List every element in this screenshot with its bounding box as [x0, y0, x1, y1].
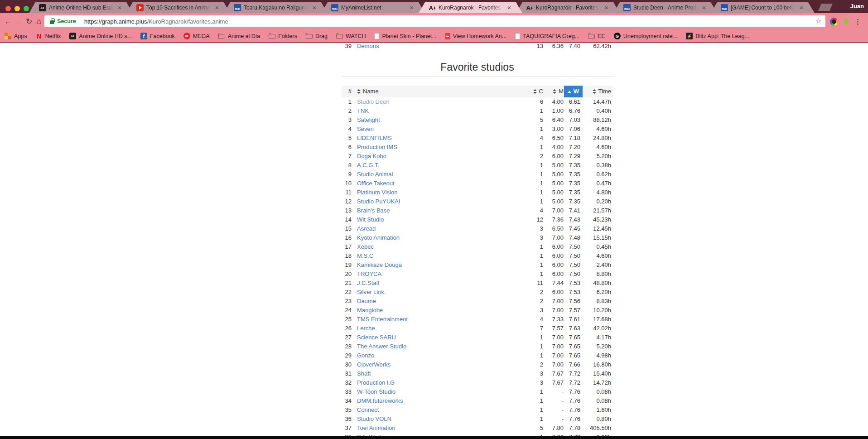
address-bar[interactable]: Secure https://graph.anime.plus/KuroRagn…: [44, 15, 825, 27]
studio-link[interactable]: Demons: [357, 43, 379, 49]
studio-link[interactable]: Production IMS: [357, 144, 397, 150]
studio-link[interactable]: Science SARU: [357, 334, 396, 341]
studio-link[interactable]: Manglobe: [357, 307, 383, 314]
browser-tab[interactable]: [GAME] Count to 100 before t: [711, 2, 815, 13]
studio-link[interactable]: Gonzo: [357, 352, 374, 359]
browser-tab[interactable]: Anime Online HD sub Españo: [29, 2, 133, 13]
browser-menu-icon[interactable]: [854, 19, 861, 24]
bookmark-item[interactable]: Apps: [5, 33, 27, 39]
studio-link[interactable]: Asread: [357, 225, 376, 232]
tab-close-icon[interactable]: [506, 5, 512, 11]
back-icon[interactable]: ←: [3, 13, 14, 30]
studio-link[interactable]: Connect: [357, 406, 379, 413]
dock-edge-bar: [0, 436, 868, 439]
studio-link[interactable]: TMS Entertainment: [357, 316, 408, 323]
studio-link[interactable]: Studio Animal: [357, 171, 393, 178]
tab-close-icon[interactable]: [798, 5, 805, 11]
studio-link[interactable]: Wit Studio: [357, 216, 384, 223]
bookmark-item[interactable]: Planet Skin - Planet...: [374, 33, 436, 39]
studio-link[interactable]: CloverWorks: [357, 361, 391, 368]
studio-link[interactable]: Studio PuYUKAI: [357, 198, 400, 205]
bookmark-item[interactable]: MEGA: [183, 33, 210, 39]
green-download-extension-icon[interactable]: [843, 18, 850, 25]
bookmark-item[interactable]: TAQUIGRAFIA Greg...: [515, 33, 579, 39]
home-icon[interactable]: ⌂: [34, 13, 44, 30]
bookmark-item[interactable]: Unemployment rate...: [614, 33, 678, 39]
bookmark-item[interactable]: View Homework An...: [445, 33, 507, 39]
bookmark-label: WATCH: [346, 33, 366, 39]
bookmark-item[interactable]: Facebook: [140, 33, 175, 39]
studio-link[interactable]: Shaft: [357, 370, 371, 377]
bookmark-favicon-icon: [218, 34, 225, 39]
forward-icon[interactable]: →: [13, 13, 24, 30]
studio-link[interactable]: Office Takeout: [357, 180, 395, 187]
bookmark-item[interactable]: Folders: [269, 33, 297, 39]
studio-link[interactable]: The Answer Studio: [357, 343, 406, 350]
bookmark-item[interactable]: Netflix: [36, 33, 61, 39]
browser-tab[interactable]: KuroRagnarok - Favorites (an: [419, 2, 522, 13]
studio-link[interactable]: Daume: [357, 298, 376, 304]
new-tab-button[interactable]: [818, 4, 833, 11]
browser-tab[interactable]: Toaru Kagaku no Railgun (A C: [224, 2, 328, 13]
bookmark-item[interactable]: Anime Online HD s...: [69, 33, 132, 39]
header-name[interactable]: Name: [352, 86, 517, 97]
minimize-window-button[interactable]: [14, 6, 20, 11]
studio-link[interactable]: A.C.G.T.: [357, 162, 379, 169]
row-rank: 25: [342, 315, 352, 324]
header-weighted-sorted[interactable]: W: [564, 86, 580, 97]
browser-tab[interactable]: KuroRagnarok - Favorites (an: [516, 2, 620, 13]
tab-close-icon[interactable]: [701, 5, 707, 11]
studio-link[interactable]: M.S.C: [357, 252, 373, 259]
studio-link[interactable]: Platinum Vision: [357, 189, 397, 196]
bookmark-label: Folders: [278, 33, 297, 39]
row-weighted: 7.18: [564, 134, 580, 143]
bookmark-star-icon[interactable]: ☆: [815, 18, 822, 25]
sort-arrows-icon: [553, 89, 556, 94]
row-mean: 6.36: [543, 43, 564, 51]
row-time: 24.80h: [580, 134, 611, 143]
studio-link[interactable]: Brain's Base: [357, 207, 390, 214]
studio-link[interactable]: Studio VOLN: [357, 415, 391, 422]
row-rank: 37: [342, 424, 352, 433]
row-weighted: 7.76: [564, 415, 580, 424]
header-mean[interactable]: M: [543, 86, 564, 97]
bookmark-item[interactable]: Anime al Día: [218, 33, 260, 39]
close-window-button[interactable]: [5, 6, 11, 11]
studio-link[interactable]: Xebec: [357, 243, 374, 250]
studio-link[interactable]: Studio Deen: [357, 98, 390, 105]
tab-close-icon[interactable]: [603, 5, 610, 11]
studio-link[interactable]: Production I.G: [357, 379, 395, 386]
studio-link[interactable]: Lerche: [357, 325, 375, 332]
studio-link[interactable]: W-Toon Studio: [357, 388, 395, 395]
bookmark-item[interactable]: EE: [588, 33, 605, 39]
studio-link[interactable]: TNK: [357, 107, 369, 114]
header-time[interactable]: Time: [580, 86, 611, 97]
tab-close-icon[interactable]: [116, 5, 123, 11]
studio-link[interactable]: Silver Link.: [357, 289, 386, 295]
studio-link[interactable]: Satelight: [357, 116, 380, 123]
zoom-window-button[interactable]: [24, 6, 29, 11]
tab-close-icon[interactable]: [311, 5, 318, 11]
studio-link[interactable]: TROYCA: [357, 270, 381, 277]
bookmark-item[interactable]: WATCH: [336, 33, 366, 39]
browser-tab[interactable]: Top 10 Sacrifices in Anime [6: [126, 2, 230, 13]
table-row: 8 A.C.G.T. 1 5.00 7.35 0.38h: [342, 161, 613, 170]
studio-link[interactable]: DMM.futureworks: [357, 397, 403, 404]
studio-link[interactable]: Seven: [357, 125, 374, 132]
studio-link[interactable]: Doga Kobo: [357, 153, 386, 159]
header-count[interactable]: C: [517, 86, 543, 97]
browser-tab[interactable]: MyAnimeList.net: [321, 2, 425, 13]
color-wheel-extension-icon[interactable]: [830, 18, 838, 26]
studio-link[interactable]: Kamikaze Douga: [357, 261, 402, 268]
tab-close-icon[interactable]: [409, 5, 415, 11]
studio-link[interactable]: LIDENFILMS: [357, 135, 392, 141]
browser-tab[interactable]: Studio Deen - Anime Produce: [613, 2, 717, 13]
reload-icon[interactable]: ↻: [24, 13, 34, 30]
bookmark-item[interactable]: Drag: [306, 33, 328, 39]
studio-link[interactable]: Kyoto Animation: [357, 234, 400, 241]
studio-link[interactable]: Toei Animation: [357, 425, 395, 431]
studio-link[interactable]: J.C.Staff: [357, 280, 380, 286]
bookmark-item[interactable]: Blitz App: The Leag...: [686, 33, 749, 39]
row-count: 5: [517, 116, 543, 125]
tab-close-icon[interactable]: [214, 5, 220, 11]
